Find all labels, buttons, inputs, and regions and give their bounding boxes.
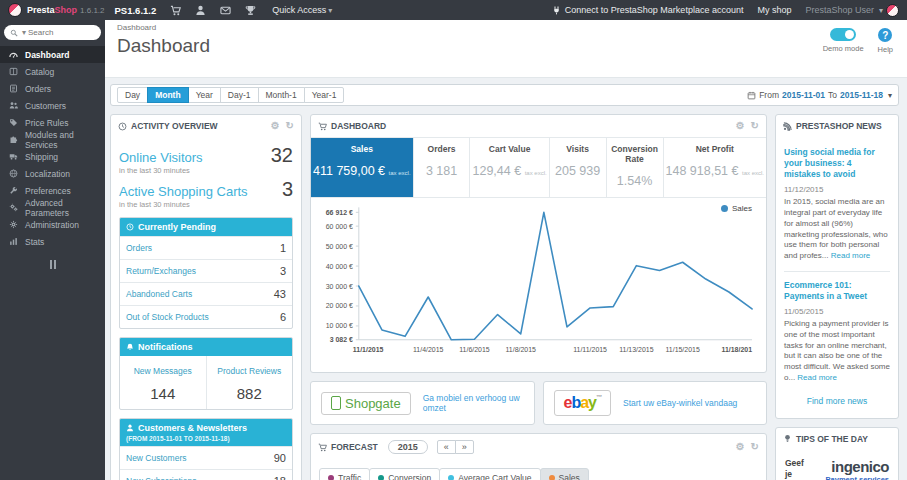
search-input[interactable] xyxy=(28,28,83,37)
sidebar-item-label: Advanced Parameters xyxy=(25,198,105,218)
online-visitors-link[interactable]: Online Visitors xyxy=(119,150,203,165)
prestashop-news-panel: PRESTASHOP NEWS Using social media for y… xyxy=(775,114,899,419)
forecast-avg-cart-button[interactable]: Average Cart Value xyxy=(439,468,540,480)
shop-name[interactable]: PS1.6.1.2 xyxy=(115,5,157,16)
ebay-letter: b xyxy=(571,394,580,411)
trophy-icon[interactable] xyxy=(245,5,256,16)
filter-year-1-button[interactable]: Year-1 xyxy=(304,87,345,103)
forecast-next-button[interactable]: » xyxy=(455,440,474,454)
marketplace-link[interactable]: Connect to PrestaShop Marketplace accoun… xyxy=(552,5,744,15)
kpi-visits[interactable]: Visits 205 939 xyxy=(549,138,606,197)
new-subscriptions-link[interactable]: New Subscriptions xyxy=(126,476,196,480)
filter-day-1-button[interactable]: Day-1 xyxy=(220,87,259,103)
filter-month-button[interactable]: Month xyxy=(147,87,189,103)
sidebar-item-dashboard[interactable]: Dashboard xyxy=(0,46,105,63)
new-customers-link[interactable]: New Customers xyxy=(126,453,186,463)
active-carts-link[interactable]: Active Shopping Carts xyxy=(119,184,248,199)
new-messages-link[interactable]: New Messages xyxy=(134,366,192,376)
find-more-news-link[interactable]: Find more news xyxy=(784,396,890,406)
kpi-sales[interactable]: Sales 411 759,00 € tax excl. xyxy=(311,138,413,197)
tips-title: TIPS OF THE DAY xyxy=(796,434,868,444)
shopgate-logo: Shopgate xyxy=(321,392,411,415)
forecast-traffic-button[interactable]: Traffic xyxy=(319,468,370,480)
notifications-section: Notifications New Messages 144 Product R… xyxy=(119,337,293,410)
date-range-picker[interactable]: From 2015-11-01 To 2015-11-18 ▾ xyxy=(747,90,892,100)
sidebar-item-modules[interactable]: Modules and Services xyxy=(0,131,105,148)
sidebar-item-label: Customers xyxy=(25,101,66,111)
page-title: Dashboard xyxy=(117,35,897,57)
kpi-conversion-rate[interactable]: Conversion Rate 1.54% xyxy=(606,138,663,197)
sidebar-item-catalog[interactable]: Catalog xyxy=(0,63,105,80)
ebay-link[interactable]: Start uw eBay-winkel vandaag xyxy=(623,398,737,408)
refresh-icon[interactable]: ↻ xyxy=(751,121,759,131)
book-icon xyxy=(9,67,18,76)
sidebar-item-advanced-parameters[interactable]: Advanced Parameters xyxy=(0,199,105,216)
svg-text:11/1/2015: 11/1/2015 xyxy=(353,346,384,353)
news-article-title[interactable]: Ecommerce 101: Payments in a Tweet xyxy=(784,280,890,302)
read-more-link[interactable]: Read more xyxy=(831,251,871,260)
sidebar-collapse-handle[interactable] xyxy=(0,260,105,269)
sidebar-search[interactable]: ▾ xyxy=(4,25,101,40)
out-of-stock-link[interactable]: Out of Stock Products xyxy=(126,312,209,322)
quick-access-menu[interactable]: Quick Access▾ xyxy=(272,5,332,15)
sidebar-item-label: Preferences xyxy=(25,186,71,196)
news-article-title[interactable]: Using social media for your business: 4 … xyxy=(784,147,890,180)
forecast-panel: FORECAST 2015 « » ⚙↻ Traffic Conversion … xyxy=(310,433,767,480)
refresh-icon[interactable]: ↻ xyxy=(751,442,759,452)
sidebar-item-preferences[interactable]: Preferences xyxy=(0,182,105,199)
kpi-value: 1.54% xyxy=(617,174,652,188)
refresh-icon[interactable]: ↻ xyxy=(286,121,294,131)
help-control[interactable]: ? Help xyxy=(878,28,893,54)
kpi-net-profit[interactable]: Net Profit 148 918,51 € tax excl. xyxy=(663,138,767,197)
customers-icon[interactable] xyxy=(195,5,206,16)
abandoned-carts-link[interactable]: Abandoned Carts xyxy=(126,289,192,299)
pending-returns-link[interactable]: Return/Exchanges xyxy=(126,266,196,276)
mail-icon[interactable] xyxy=(220,5,231,16)
forecast-sales-button[interactable]: Sales xyxy=(540,468,589,480)
header-tools: Demo mode ? Help xyxy=(823,28,893,54)
help-label: Help xyxy=(878,45,893,54)
forecast-prev-button[interactable]: « xyxy=(437,440,456,454)
active-carts-value: 3 xyxy=(282,179,293,199)
product-reviews-link[interactable]: Product Reviews xyxy=(217,366,281,376)
filter-month-1-button[interactable]: Month-1 xyxy=(258,87,305,103)
sidebar-item-price-rules[interactable]: Price Rules xyxy=(0,114,105,131)
prestashop-logo[interactable] xyxy=(8,3,22,17)
sidebar-item-orders[interactable]: Orders xyxy=(0,80,105,97)
shopgate-link[interactable]: Ga mobiel en verhoog uw omzet xyxy=(423,393,524,413)
wrench-icon xyxy=(9,186,18,195)
ebay-module-card: ebay™ Start uw eBay-winkel vandaag xyxy=(543,381,768,425)
kpi-cart-value[interactable]: Cart Value 129,44 € tax excl. xyxy=(469,138,548,197)
kpi-orders[interactable]: Orders 3 181 xyxy=(413,138,470,197)
ingenico-logo: ingenico Payment services xyxy=(817,458,889,480)
cart-icon[interactable] xyxy=(170,5,181,16)
demo-mode-control[interactable]: Demo mode xyxy=(823,28,864,54)
sales-line-chart[interactable]: 66 912 €60 000 €50 000 €40 000 €30 000 €… xyxy=(315,202,760,370)
sidebar-item-label: Administration xyxy=(25,220,79,230)
pending-orders-link[interactable]: Orders xyxy=(126,243,152,253)
sidebar-item-localization[interactable]: Localization xyxy=(0,165,105,182)
gear-icon[interactable]: ⚙ xyxy=(736,121,745,131)
filter-year-button[interactable]: Year xyxy=(188,87,221,103)
help-icon[interactable]: ? xyxy=(878,28,892,42)
my-shop-link[interactable]: My shop xyxy=(757,5,791,15)
kpi-value: 205 939 xyxy=(555,164,600,178)
gear-icon[interactable]: ⚙ xyxy=(271,121,280,131)
sidebar-item-customers[interactable]: Customers xyxy=(0,97,105,114)
kpi-suffix: tax excl. xyxy=(742,170,764,176)
new-messages-value: 144 xyxy=(122,385,204,402)
demo-mode-toggle[interactable] xyxy=(830,28,856,41)
forecast-conversion-button[interactable]: Conversion xyxy=(369,468,440,480)
user-menu[interactable]: PrestaShop User ▾ xyxy=(805,4,899,17)
filter-day-button[interactable]: Day xyxy=(117,87,148,103)
sidebar-item-shipping[interactable]: Shipping xyxy=(0,148,105,165)
sidebar-item-stats[interactable]: Stats xyxy=(0,233,105,250)
group-icon xyxy=(9,101,18,110)
gear-icon[interactable]: ⚙ xyxy=(736,442,745,452)
news-header: PRESTASHOP NEWS xyxy=(776,115,898,137)
sidebar-item-administration[interactable]: Administration xyxy=(0,216,105,233)
read-more-link[interactable]: Read more xyxy=(797,373,837,382)
table-row: New Subscriptions18 xyxy=(120,469,292,480)
caret-down-icon[interactable]: ▾ xyxy=(22,28,26,37)
avg-cart-dot xyxy=(448,475,454,480)
